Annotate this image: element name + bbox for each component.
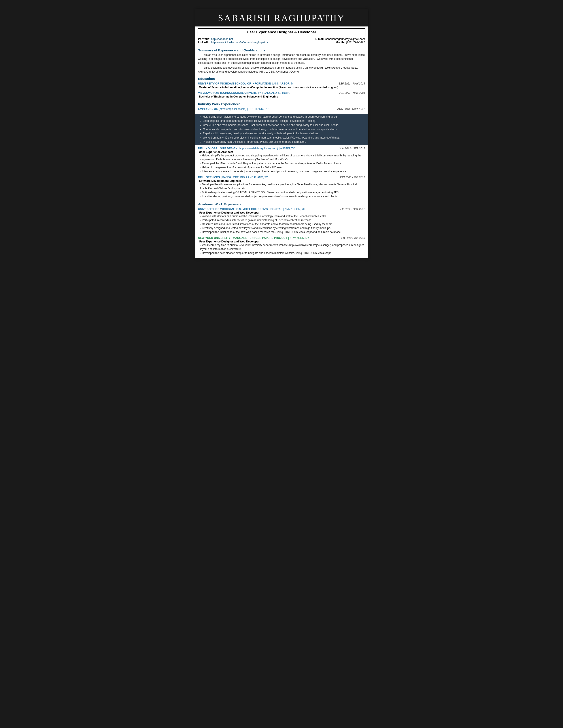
edu-row-umich: UNIVERSITY OF MICHIGAN SCHOOL OF INFORMA… [198,81,365,85]
work-title-dell-gsd: User Experience Architect [199,150,365,154]
list-item: Helped simplify the product browsing and… [200,154,365,161]
company-location-dell-gsd: | AUSTIN, TX [279,147,295,150]
linkedin-line: LinkedIn: http://www.linkedin.com/in/sab… [198,41,268,44]
list-item: Developed the new, cleaner, simpler to n… [200,251,365,255]
work-row-dell-services: DELL SERVICES | BANGALORE, INDIA AND PLA… [198,175,365,179]
work-date-dell-gsd: JUN 2012 - SEP 2012 [339,147,365,150]
linkedin-label: LinkedIn: [198,41,210,44]
edu-school-name-umich: UNIVERSITY OF MICHIGAN SCHOOL OF INFORMA… [198,82,271,85]
work-section-dell-gsd: DELL - GLOBAL SITE DESIGN (http://www.de… [195,145,368,201]
academic-work-section: Academic Work Experience: UNIVERSITY OF … [195,201,368,258]
work-title-nyu-sanger: User Experience Designer and Web Develop… [199,240,365,243]
list-item: Interviewed consumers to generate journe… [200,169,365,173]
work-company-empirical: EMPIRICAL UX (http://empiricalux.com) | … [198,107,268,111]
company-name-nyu-sanger: NEW YORK UNIVERSITY - MARGARET SANGER PA… [198,236,287,240]
dell-services-bullet-list: Developed healthcare web-applications fo… [200,182,365,198]
work-entry-dell-gsd: DELL - GLOBAL SITE DESIGN (http://www.de… [198,146,365,173]
contact-section: Portfolio: http://sabarish.net LinkedIn:… [195,37,368,44]
company-name-dell-gsd: DELL - GLOBAL SITE DESIGN [198,147,237,150]
company-link-dell-gsd: (http://www.delldesignlibrary.com) [238,147,278,150]
job-title-bar: User Experience Designer & Developer [197,28,366,36]
summary-section: Summary of Experience and Qualifications… [195,47,368,76]
edu-entry-vtu: VISVESVARAYA TECHNOLOGICAL UNIVERSITY | … [198,91,365,99]
full-name: SABARISH RAGHUPATHY [218,13,345,23]
work-row-empirical: EMPIRICAL UX (http://empiricalux.com) | … [198,107,365,111]
name-header: SABARISH RAGHUPATHY [195,9,368,26]
list-item: Participated in contextual interviews to… [200,218,365,222]
summary-title: Summary of Experience and Qualifications… [198,48,365,52]
resume-container: SABARISH RAGHUPATHY User Experience Desi… [195,9,368,258]
list-item: Developed the initial parts of the new w… [200,230,365,234]
work-entry-empirical: EMPIRICAL UX (http://empiricalux.com) | … [198,107,365,111]
list-item: Help define client vision and strategy b… [203,115,365,119]
industry-work-title: Industry Work Experience: [198,102,365,106]
edu-entry-umich: UNIVERSITY OF MICHIGAN SCHOOL OF INFORMA… [198,81,365,89]
edu-degree-vtu: Bachelor of Engineering in Computer Scie… [199,95,365,99]
email-value: sabarishraghupathy@gmail.com [326,38,365,41]
work-company-dell-gsd: DELL - GLOBAL SITE DESIGN (http://www.de… [198,146,295,150]
edu-school-umich: UNIVERSITY OF MICHIGAN SCHOOL OF INFORMA… [198,81,294,85]
edu-school-vtu: VISVESVARAYA TECHNOLOGICAL UNIVERSITY | … [198,91,290,95]
list-item: Revamped the 'File-Uploader' and 'Pagina… [200,161,365,165]
work-date-nyu-sanger: FEB 2012 / JUL 2013 [340,236,365,240]
work-title-dell-services: Software Development Engineer [199,179,365,182]
list-item: Helped in the generation of a new set of… [200,165,365,169]
company-location-umich-mott: | ANN ARBOR, MI [283,208,305,211]
list-item: Projects covered by Non-Disclosure Agree… [203,140,365,144]
company-name-umich-mott: UNIVERSITY OF MICHIGAN - C.S. MOTT CHILD… [198,208,283,211]
list-item: Volunteered my time to audit a New York … [200,243,365,251]
mobile-line: Mobile: (832) 794-3422 [315,41,365,44]
contact-left: Portfolio: http://sabarish.net LinkedIn:… [198,38,268,44]
summary-para2: I enjoy designing and developing simple,… [198,66,365,74]
portfolio-value: http://sabarish.net [211,38,233,41]
list-item: Worked with doctors and nurses of the Pe… [200,214,365,218]
umich-mott-bullet-list: Worked with doctors and nurses of the Pe… [200,214,365,234]
portfolio-label: Portfolio: [198,38,210,41]
work-date-umich-mott: SEP 2011 - OCT 2012 [339,208,365,211]
work-row-dell-gsd: DELL - GLOBAL SITE DESIGN (http://www.de… [198,146,365,150]
education-title: Education: [198,77,365,81]
summary-para1: I am an avid user experience specialist … [198,53,365,65]
nyu-sanger-bullet-list: Volunteered my time to audit a New York … [200,243,365,255]
list-item: Create role and task models, personas, u… [203,123,365,127]
work-date-dell-services: JUN 2005 - JUL 2011 [340,176,365,179]
work-company-dell-services: DELL SERVICES | BANGALORE, INDIA AND PLA… [198,175,268,179]
company-location-dell-services: | BANGALORE, INDIA AND PLANO, TX [221,176,268,179]
list-item: Built web-applications using C#, HTML, A… [200,190,365,194]
list-item: Worked on nearly 30 diverse projects, in… [203,136,365,140]
empirical-bullets-section: Help define client vision and strategy b… [195,114,368,145]
list-item: Observed uses and understood limitations… [200,222,365,226]
work-entry-dell-services: DELL SERVICES | BANGALORE, INDIA AND PLA… [198,175,365,198]
mobile-value: (832) 794-3422 [346,41,365,44]
linkedin-value: http://www.linkedin.com/in/sabarishraghu… [211,41,268,44]
list-item: Communicate design decisions to stakehol… [203,127,365,131]
work-row-umich-mott: UNIVERSITY OF MICHIGAN - C.S. MOTT CHILD… [198,207,365,211]
list-item: Rapidly build prototypes, develop websit… [203,131,365,135]
edu-date-vtu: JUL 2001 - MAY 2005 [339,91,365,94]
header-divider [197,46,366,46]
list-item: Lead projects (and teams) through iterat… [203,119,365,123]
edu-date-umich: SEP 2011 - MAY 2013 [339,82,365,85]
company-location-nyu-sanger: | NEW YORK, NY [288,236,309,240]
work-company-umich-mott: UNIVERSITY OF MICHIGAN - C.S. MOTT CHILD… [198,207,305,211]
edu-row-vtu: VISVESVARAYA TECHNOLOGICAL UNIVERSITY | … [198,91,365,95]
mobile-label: Mobile: [336,41,345,44]
work-entry-nyu-sanger: NEW YORK UNIVERSITY - MARGARET SANGER PA… [198,236,365,255]
edu-degree-umich: Master of Science in Information, Human-… [199,85,365,89]
academic-work-title: Academic Work Experience: [198,202,365,206]
education-section: Education: UNIVERSITY OF MICHIGAN SCHOOL… [195,76,368,101]
work-date-empirical: AUG 2013 - CURRENT [337,107,365,111]
empirical-bullet-list: Help define client vision and strategy b… [203,115,365,144]
company-location-empirical: | PORTLAND, OR [247,107,268,111]
edu-school-name-vtu: VISVESVARAYA TECHNOLOGICAL UNIVERSITY [198,91,261,94]
contact-right: E-mail: sabarishraghupathy@gmail.com Mob… [315,38,365,44]
work-entry-umich-mott: UNIVERSITY OF MICHIGAN - C.S. MOTT CHILD… [198,207,365,234]
list-item: In a client-facing position, communicate… [200,194,365,198]
portfolio-line: Portfolio: http://sabarish.net [198,38,268,41]
work-title-umich-mott: User Experience Designer and Web Develop… [199,211,365,214]
edu-location-umich: | ANN ARBOR, MI [272,82,294,85]
work-company-nyu-sanger: NEW YORK UNIVERSITY - MARGARET SANGER PA… [198,236,309,240]
company-name-dell-services: DELL SERVICES [198,176,220,179]
job-title: User Experience Designer & Developer [247,30,317,34]
edu-location-vtu: | BANGALORE, INDIA [262,91,290,94]
